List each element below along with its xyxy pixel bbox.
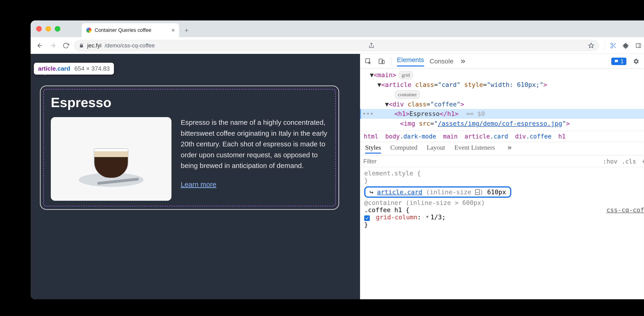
tab-listeners[interactable]: Event Listeners (454, 144, 495, 153)
issues-badge[interactable]: 1 (611, 58, 626, 65)
bc-body[interactable]: body.dark-mode (385, 133, 436, 140)
devtools-panel: Elements Console 1 (360, 54, 644, 299)
toolbar-right-icons (604, 40, 644, 51)
browser-window: Container Queries coffee × ＋ (30, 21, 644, 299)
window-traffic-lights (36, 26, 60, 32)
new-rule-icon[interactable]: ＋ (640, 156, 644, 166)
svg-line-8 (612, 44, 614, 46)
bc-main[interactable]: main (443, 133, 458, 140)
styles-filter-input[interactable] (363, 158, 599, 165)
rule-close: } (364, 221, 644, 228)
bc-h1[interactable]: h1 (558, 133, 566, 140)
resize-icon: ↔ (475, 189, 480, 195)
styles-rules[interactable]: element.style { } ↪ article.card (inline… (360, 167, 644, 240)
nav-forward-button[interactable] (48, 40, 58, 51)
badge-container[interactable]: container (395, 90, 420, 99)
content-split: article.card 654 × 374.83 Espresso Espre… (30, 54, 644, 299)
prop-name[interactable]: grid-column (376, 214, 417, 221)
cls-toggle[interactable]: .cls (622, 158, 636, 165)
tooltip-class: .card (56, 65, 70, 72)
issues-count: 1 (620, 58, 624, 65)
page-viewport: article.card 654 × 374.83 Espresso Espre… (30, 54, 360, 299)
tab-elements[interactable]: Elements (397, 56, 424, 66)
element-style-open: element.style { (364, 170, 644, 177)
card-image (51, 117, 172, 201)
device-toggle-icon[interactable] (378, 57, 386, 65)
address-bar[interactable]: jec.fyi/demo/css-cq-coffee (74, 40, 599, 51)
tree-main[interactable]: <main> (374, 71, 396, 79)
nav-reload-button[interactable] (61, 40, 71, 51)
svg-point-4 (611, 43, 613, 45)
browser-tab[interactable]: Container Queries coffee × (82, 23, 179, 37)
svg-point-5 (611, 46, 613, 48)
elements-breadcrumb[interactable]: html body.dark-mode main article.card di… (360, 131, 644, 142)
inspect-icon[interactable] (364, 57, 372, 65)
tab-favicon (86, 27, 92, 33)
article-card: Espresso Espresso is the name of a highl… (40, 85, 339, 210)
container-size: 610px (487, 189, 506, 196)
learn-more-link[interactable]: Learn more (181, 179, 216, 190)
at-container: @container (inline-size > 600px) (364, 199, 644, 206)
devtools-toolbar: Elements Console 1 (360, 54, 644, 69)
prop-value[interactable]: 1/3; (430, 214, 446, 221)
tab-layout[interactable]: Layout (427, 144, 445, 153)
address-host: jec.fyi (87, 42, 102, 49)
nav-back-button[interactable] (35, 40, 45, 51)
sidepanel-icon[interactable] (633, 40, 644, 51)
rule-source[interactable]: css-cq-coffee:45 (606, 206, 644, 214)
inspect-tooltip: article.card 654 × 374.83 (34, 63, 114, 75)
styles-tabs: Styles Computed Layout Event Listeners (360, 142, 644, 156)
eq-dollar: == $0 (466, 110, 485, 117)
window-zoom-button[interactable] (55, 26, 60, 32)
window-minimize-button[interactable] (46, 26, 51, 32)
svg-rect-9 (636, 44, 641, 47)
tab-close-button[interactable]: × (172, 27, 175, 34)
bc-div[interactable]: div.coffee (515, 133, 552, 140)
scissors-icon[interactable] (608, 40, 618, 51)
tab-console[interactable]: Console (430, 58, 454, 65)
new-tab-button[interactable]: ＋ (182, 26, 191, 35)
svg-line-7 (614, 46, 616, 48)
svg-marker-3 (588, 43, 594, 48)
tab-styles[interactable]: Styles (365, 144, 381, 153)
tooltip-tag: article (38, 65, 56, 72)
settings-icon[interactable] (632, 57, 640, 65)
browser-toolbar: jec.fyi/demo/css-cq-coffee (30, 37, 644, 54)
address-path: /demo/css-cq-coffee (105, 42, 155, 49)
tree-row-actions[interactable]: ••• (362, 110, 374, 117)
tooltip-dimensions: 654 × 374.83 (74, 65, 110, 72)
lock-icon (79, 43, 84, 48)
tab-computed[interactable]: Computed (390, 144, 417, 153)
tab-strip: Container Queries coffee × ＋ (30, 21, 644, 37)
bc-article[interactable]: article.card (464, 133, 508, 140)
bookmark-icon[interactable] (588, 43, 594, 49)
share-icon[interactable] (368, 43, 374, 49)
prop-toggle-checkbox[interactable] (364, 215, 370, 221)
styles-tabs-more-icon[interactable] (506, 144, 514, 152)
card-body: Espresso is the name of a highly concent… (181, 117, 328, 171)
extensions-icon[interactable] (621, 40, 631, 51)
tab-title: Container Queries coffee (95, 27, 151, 33)
window-close-button[interactable] (36, 26, 42, 32)
card-title: Espresso (51, 95, 328, 110)
tree-img-src[interactable]: /assets/img/demo/cof-espresso.jpg (438, 120, 562, 127)
rule-selector[interactable]: .coffee h1 { (364, 206, 410, 214)
element-style-close: } (364, 177, 644, 184)
bc-html[interactable]: html (364, 133, 378, 140)
elements-tree[interactable]: ▼<main>grid ▼<article class="card" style… (360, 69, 644, 131)
badge-grid[interactable]: grid (398, 71, 413, 79)
container-selector[interactable]: article.card (377, 189, 422, 196)
container-info-highlight: ↪ article.card (inline-size ↔) 610px (364, 186, 511, 198)
hov-toggle[interactable]: :hov (603, 158, 618, 165)
container-kind: (inline-size (426, 189, 471, 196)
tabs-more-icon[interactable] (459, 57, 467, 65)
styles-filter-row: :hov .cls ＋ (360, 156, 644, 167)
